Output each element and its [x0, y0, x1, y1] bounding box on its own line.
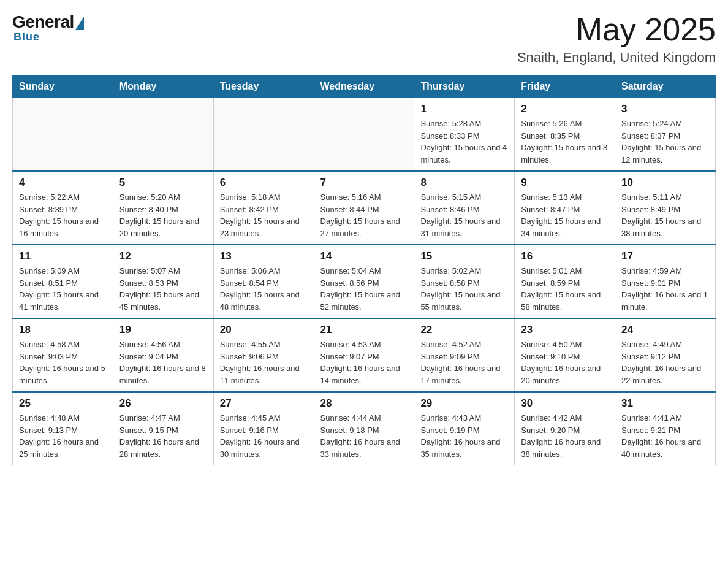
calendar-week-row: 18Sunrise: 4:58 AMSunset: 9:03 PMDayligh… — [13, 318, 716, 392]
calendar-week-row: 25Sunrise: 4:48 AMSunset: 9:13 PMDayligh… — [13, 392, 716, 465]
day-info: Sunrise: 5:06 AMSunset: 8:54 PMDaylight:… — [220, 265, 308, 313]
day-number: 27 — [220, 397, 308, 410]
calendar-day-cell — [314, 98, 414, 171]
calendar-header-row: SundayMondayTuesdayWednesdayThursdayFrid… — [13, 76, 716, 98]
calendar-week-row: 11Sunrise: 5:09 AMSunset: 8:51 PMDayligh… — [13, 245, 716, 318]
day-number: 29 — [420, 397, 508, 410]
calendar-day-cell: 18Sunrise: 4:58 AMSunset: 9:03 PMDayligh… — [13, 318, 113, 392]
day-info: Sunrise: 4:47 AMSunset: 9:15 PMDaylight:… — [119, 412, 207, 460]
calendar-day-cell: 14Sunrise: 5:04 AMSunset: 8:56 PMDayligh… — [314, 245, 414, 318]
calendar-day-cell — [113, 98, 213, 171]
day-info: Sunrise: 4:43 AMSunset: 9:19 PMDaylight:… — [420, 412, 508, 460]
calendar-day-cell: 4Sunrise: 5:22 AMSunset: 8:39 PMDaylight… — [13, 171, 113, 245]
calendar-day-cell: 1Sunrise: 5:28 AMSunset: 8:33 PMDaylight… — [414, 98, 515, 171]
day-number: 19 — [119, 324, 207, 336]
day-info: Sunrise: 5:16 AMSunset: 8:44 PMDaylight:… — [320, 191, 408, 239]
calendar-week-row: 1Sunrise: 5:28 AMSunset: 8:33 PMDaylight… — [13, 98, 716, 171]
day-number: 24 — [621, 324, 709, 336]
logo-general-text: General — [12, 12, 74, 32]
day-info: Sunrise: 4:44 AMSunset: 9:18 PMDaylight:… — [320, 412, 408, 460]
day-number: 17 — [621, 250, 709, 262]
calendar-day-cell: 13Sunrise: 5:06 AMSunset: 8:54 PMDayligh… — [213, 245, 314, 318]
day-info: Sunrise: 5:13 AMSunset: 8:47 PMDaylight:… — [521, 191, 609, 239]
logo: General Blue — [12, 12, 84, 44]
calendar-day-cell: 10Sunrise: 5:11 AMSunset: 8:49 PMDayligh… — [615, 171, 716, 245]
day-info: Sunrise: 4:56 AMSunset: 9:04 PMDaylight:… — [119, 339, 207, 386]
day-number: 11 — [19, 250, 107, 262]
subtitle: Snaith, England, United Kingdom — [517, 50, 716, 66]
calendar-day-cell: 5Sunrise: 5:20 AMSunset: 8:40 PMDaylight… — [113, 171, 213, 245]
calendar-day-cell — [13, 98, 113, 171]
day-info: Sunrise: 5:18 AMSunset: 8:42 PMDaylight:… — [220, 191, 308, 239]
calendar-day-cell: 29Sunrise: 4:43 AMSunset: 9:19 PMDayligh… — [414, 392, 515, 465]
day-info: Sunrise: 4:41 AMSunset: 9:21 PMDaylight:… — [621, 412, 709, 460]
calendar-day-cell: 17Sunrise: 4:59 AMSunset: 9:01 PMDayligh… — [615, 245, 716, 318]
day-number: 23 — [521, 324, 609, 336]
calendar-day-cell: 2Sunrise: 5:26 AMSunset: 8:35 PMDaylight… — [515, 98, 615, 171]
calendar-week-row: 4Sunrise: 5:22 AMSunset: 8:39 PMDaylight… — [13, 171, 716, 245]
day-number: 18 — [19, 324, 107, 336]
calendar-day-cell: 27Sunrise: 4:45 AMSunset: 9:16 PMDayligh… — [213, 392, 314, 465]
day-number: 15 — [420, 250, 508, 262]
day-number: 7 — [320, 177, 408, 189]
day-number: 28 — [320, 397, 408, 410]
day-info: Sunrise: 5:11 AMSunset: 8:49 PMDaylight:… — [621, 191, 709, 239]
calendar-day-cell: 15Sunrise: 5:02 AMSunset: 8:58 PMDayligh… — [414, 245, 515, 318]
calendar-day-cell: 8Sunrise: 5:15 AMSunset: 8:46 PMDaylight… — [414, 171, 515, 245]
calendar-day-cell: 16Sunrise: 5:01 AMSunset: 8:59 PMDayligh… — [515, 245, 615, 318]
day-number: 3 — [621, 103, 709, 115]
day-number: 9 — [521, 177, 609, 189]
day-info: Sunrise: 5:01 AMSunset: 8:59 PMDaylight:… — [521, 265, 609, 313]
calendar-day-cell: 19Sunrise: 4:56 AMSunset: 9:04 PMDayligh… — [113, 318, 213, 392]
day-info: Sunrise: 5:24 AMSunset: 8:37 PMDaylight:… — [621, 118, 709, 166]
day-info: Sunrise: 4:42 AMSunset: 9:20 PMDaylight:… — [521, 412, 609, 460]
calendar-day-cell — [213, 98, 314, 171]
day-info: Sunrise: 5:26 AMSunset: 8:35 PMDaylight:… — [521, 118, 609, 166]
day-number: 13 — [220, 250, 308, 262]
day-info: Sunrise: 4:59 AMSunset: 9:01 PMDaylight:… — [621, 265, 709, 313]
day-number: 30 — [521, 397, 609, 410]
calendar-day-header: Tuesday — [213, 76, 314, 98]
calendar-day-header: Thursday — [414, 76, 515, 98]
day-number: 12 — [119, 250, 207, 262]
day-number: 14 — [320, 250, 408, 262]
day-info: Sunrise: 5:04 AMSunset: 8:56 PMDaylight:… — [320, 265, 408, 313]
day-info: Sunrise: 5:07 AMSunset: 8:53 PMDaylight:… — [119, 265, 207, 313]
calendar-table: SundayMondayTuesdayWednesdayThursdayFrid… — [12, 75, 716, 465]
calendar-day-cell: 22Sunrise: 4:52 AMSunset: 9:09 PMDayligh… — [414, 318, 515, 392]
day-info: Sunrise: 5:02 AMSunset: 8:58 PMDaylight:… — [420, 265, 508, 313]
day-info: Sunrise: 5:20 AMSunset: 8:40 PMDaylight:… — [119, 191, 207, 239]
calendar-day-cell: 3Sunrise: 5:24 AMSunset: 8:37 PMDaylight… — [615, 98, 716, 171]
day-number: 22 — [420, 324, 508, 336]
calendar-day-cell: 12Sunrise: 5:07 AMSunset: 8:53 PMDayligh… — [113, 245, 213, 318]
calendar-day-cell: 6Sunrise: 5:18 AMSunset: 8:42 PMDaylight… — [213, 171, 314, 245]
day-info: Sunrise: 5:15 AMSunset: 8:46 PMDaylight:… — [420, 191, 508, 239]
day-info: Sunrise: 4:58 AMSunset: 9:03 PMDaylight:… — [19, 339, 107, 386]
calendar-day-cell: 21Sunrise: 4:53 AMSunset: 9:07 PMDayligh… — [314, 318, 414, 392]
day-number: 25 — [19, 397, 107, 410]
day-number: 21 — [320, 324, 408, 336]
day-info: Sunrise: 4:55 AMSunset: 9:06 PMDaylight:… — [220, 339, 308, 386]
calendar-day-header: Sunday — [13, 76, 113, 98]
day-number: 5 — [119, 177, 207, 189]
calendar-day-cell: 23Sunrise: 4:50 AMSunset: 9:10 PMDayligh… — [515, 318, 615, 392]
calendar-day-header: Friday — [515, 76, 615, 98]
logo-blue-text: Blue — [13, 31, 40, 44]
day-info: Sunrise: 4:45 AMSunset: 9:16 PMDaylight:… — [220, 412, 308, 460]
calendar-day-cell: 11Sunrise: 5:09 AMSunset: 8:51 PMDayligh… — [13, 245, 113, 318]
calendar-day-cell: 30Sunrise: 4:42 AMSunset: 9:20 PMDayligh… — [515, 392, 615, 465]
day-info: Sunrise: 4:48 AMSunset: 9:13 PMDaylight:… — [19, 412, 107, 460]
calendar-day-cell: 9Sunrise: 5:13 AMSunset: 8:47 PMDaylight… — [515, 171, 615, 245]
calendar-day-cell: 31Sunrise: 4:41 AMSunset: 9:21 PMDayligh… — [615, 392, 716, 465]
main-title: May 2025 — [517, 12, 716, 47]
calendar-day-header: Saturday — [615, 76, 716, 98]
day-number: 20 — [220, 324, 308, 336]
day-number: 8 — [420, 177, 508, 189]
day-number: 31 — [621, 397, 709, 410]
page-header: General Blue May 2025 Snaith, England, U… — [12, 12, 716, 66]
calendar-day-header: Monday — [113, 76, 213, 98]
day-info: Sunrise: 5:28 AMSunset: 8:33 PMDaylight:… — [420, 118, 508, 166]
day-info: Sunrise: 5:09 AMSunset: 8:51 PMDaylight:… — [19, 265, 107, 313]
day-info: Sunrise: 4:50 AMSunset: 9:10 PMDaylight:… — [521, 339, 609, 386]
calendar-day-cell: 26Sunrise: 4:47 AMSunset: 9:15 PMDayligh… — [113, 392, 213, 465]
